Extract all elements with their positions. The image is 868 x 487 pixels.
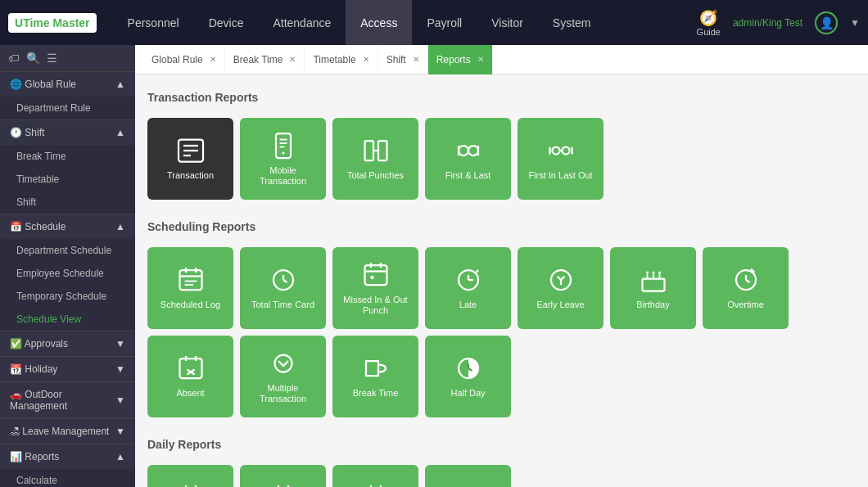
guide-button[interactable]: 🧭 Guide (697, 9, 721, 37)
card-overtime[interactable]: Overtime (703, 247, 789, 329)
card-scheduled-log[interactable]: Scheduled Log (147, 247, 233, 329)
close-break-time[interactable]: ✕ (289, 55, 296, 64)
close-timetable[interactable]: ✕ (363, 55, 369, 64)
close-shift[interactable]: ✕ (413, 55, 419, 64)
svg-line-26 (283, 280, 287, 282)
close-reports[interactable]: ✕ (477, 55, 484, 64)
sidebar-item-timetable[interactable]: Timetable (0, 168, 135, 191)
svg-line-36 (476, 270, 478, 273)
dropdown-icon[interactable]: ▼ (850, 17, 860, 29)
top-navigation: UTime Master Personnel Device Attendance… (0, 0, 868, 45)
card-first-in-last-out[interactable]: First In Last Out (518, 118, 604, 200)
app-logo[interactable]: UTime Master (8, 13, 97, 33)
sidebar-item-break-time[interactable]: Break Time (0, 145, 135, 168)
svg-point-5 (282, 151, 284, 154)
card-break-time[interactable]: Break Time (332, 336, 418, 417)
sidebar-section-global-rule[interactable]: 🌐 Global Rule ▲ (0, 71, 135, 97)
chevron-schedule-icon: ▲ (115, 221, 125, 232)
sidebar-item-schedule-view[interactable]: Schedule View (0, 308, 135, 331)
tab-timetable[interactable]: Timetable ✕ (305, 45, 377, 74)
card-mobile-transaction[interactable]: Mobile Transaction (240, 118, 326, 200)
total-time-card-label: Total Time Card (251, 300, 314, 310)
card-transaction[interactable]: Transaction (147, 118, 233, 200)
first-last-label: First & Last (445, 170, 491, 181)
card-absent[interactable]: Absent (147, 336, 233, 417)
sidebar-section-reports[interactable]: 📊 Reports ▲ (0, 444, 135, 469)
card-half-day[interactable]: Half Day (425, 336, 511, 417)
sidebar-item-shift[interactable]: Shift (0, 191, 135, 214)
break-time-label: Break Time (353, 388, 399, 399)
card-early-leave[interactable]: Early Leave (518, 247, 604, 329)
birthday-label: Birthday (636, 300, 669, 310)
sidebar-item-calculate[interactable]: Calculate (0, 469, 135, 487)
sidebar-shift-label: 🕐 Shift (10, 127, 44, 138)
nav-access[interactable]: Access (346, 0, 412, 45)
nav-device[interactable]: Device (194, 0, 259, 45)
chevron-reports-icon: ▲ (115, 451, 125, 462)
sidebar-item-department-rule[interactable]: Department Rule (0, 97, 135, 119)
multiple-transaction-icon (269, 349, 298, 378)
tab-shift[interactable]: Shift ✕ (378, 45, 428, 74)
user-info[interactable]: admin/King Test (733, 17, 802, 29)
scheduled-log-icon (176, 265, 206, 295)
late-label: Late (459, 300, 477, 310)
sidebar-outdoor-label: 🚗 OutDoor Management (10, 389, 115, 412)
tag-icon[interactable]: 🏷 (8, 52, 20, 65)
close-global-rule[interactable]: ✕ (210, 55, 216, 64)
overtime-label: Overtime (727, 300, 764, 310)
card-daily-attendance[interactable]: Daily Attendance (147, 465, 233, 487)
sidebar-item-emp-schedule[interactable]: Employee Schedule (0, 262, 135, 285)
nav-visitor[interactable]: Visitor (477, 0, 538, 45)
card-total-punches[interactable]: Total Punches (332, 118, 418, 200)
card-first-last[interactable]: First & Last (425, 118, 511, 200)
svg-point-45 (658, 272, 661, 274)
tab-break-time[interactable]: Break Time ✕ (225, 45, 305, 74)
svg-point-43 (646, 272, 649, 274)
sidebar-section-approvals[interactable]: ✅ Approvals ▼ (0, 331, 135, 356)
nav-payroll[interactable]: Payroll (412, 0, 477, 45)
sidebar-item-dept-schedule[interactable]: Department Schedule (0, 239, 135, 262)
sidebar-section-outdoor[interactable]: 🚗 OutDoor Management ▼ (0, 381, 135, 418)
user-avatar[interactable]: 👤 (815, 11, 838, 34)
svg-rect-39 (642, 279, 664, 291)
transaction-label: Transaction (167, 170, 214, 181)
sidebar-section-leave[interactable]: 🏖 Leave Management ▼ (0, 418, 135, 444)
sidebar-section-schedule[interactable]: 📅 Schedule ▲ (0, 214, 135, 239)
nav-system[interactable]: System (538, 0, 606, 45)
transaction-icon (176, 136, 206, 165)
chevron-leave-icon: ▼ (115, 426, 125, 437)
svg-rect-9 (364, 141, 373, 160)
svg-line-48 (746, 280, 750, 282)
nav-menu: Personnel Device Attendance Access Payro… (113, 0, 697, 45)
svg-point-55 (274, 354, 292, 372)
half-day-icon (454, 354, 483, 383)
list-icon[interactable]: ☰ (47, 52, 57, 65)
sidebar-section-holiday[interactable]: 📆 Holiday ▼ (0, 356, 135, 381)
sidebar-section-shift[interactable]: 🕐 Shift ▲ (0, 119, 135, 145)
daily-details-icon (269, 483, 298, 487)
card-daily-status[interactable]: Daily Status (425, 465, 511, 487)
search-icon[interactable]: 🔍 (26, 52, 40, 65)
tab-reports[interactable]: Reports ✕ (428, 45, 493, 74)
chevron-outdoor-icon: ▼ (115, 395, 125, 406)
first-in-last-out-label: First In Last Out (528, 170, 592, 181)
mobile-transaction-icon (269, 131, 298, 160)
card-daily-summary[interactable]: Daily Summary (332, 465, 418, 487)
card-missed-in-out[interactable]: Missed In & Out Punch (332, 247, 418, 329)
card-birthday[interactable]: Birthday (610, 247, 696, 329)
nav-attendance[interactable]: Attendance (258, 0, 346, 45)
sidebar-item-temp-schedule[interactable]: Temporary Schedule (0, 285, 135, 308)
chevron-approvals-icon: ▼ (115, 338, 125, 349)
card-multiple-transaction[interactable]: Multiple Transaction (240, 336, 326, 417)
first-last-icon (454, 136, 483, 165)
scheduled-log-label: Scheduled Log (160, 300, 220, 310)
nav-personnel[interactable]: Personnel (113, 0, 194, 45)
total-punches-label: Total Punches (347, 170, 404, 181)
daily-status-icon (454, 483, 483, 487)
card-total-time-card[interactable]: Total Time Card (240, 247, 326, 329)
tab-global-rule[interactable]: Global Rule ✕ (143, 45, 225, 74)
card-late[interactable]: Late (425, 247, 511, 329)
sidebar-leave-label: 🏖 Leave Management (10, 426, 109, 437)
card-daily-details[interactable]: Daily Details (240, 465, 326, 487)
reports-content: Transaction Reports Transaction Mobile T… (135, 74, 868, 487)
